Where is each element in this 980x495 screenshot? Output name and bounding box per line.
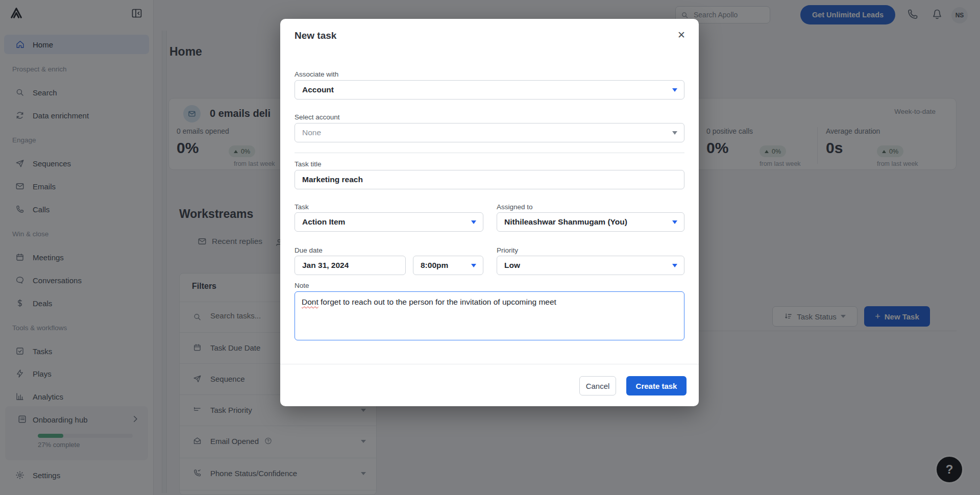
create-task-button[interactable]: Create task — [626, 376, 687, 395]
select-account-label: Select account — [295, 113, 340, 121]
note-textarea[interactable]: Dont forget to reach out to the person f… — [295, 291, 684, 340]
task-title-label: Task title — [295, 160, 322, 168]
modal-footer-divider — [280, 364, 699, 364]
new-task-modal: New task ✕ Associate with Account Select… — [280, 19, 699, 406]
chevron-down-icon — [672, 131, 677, 135]
modal-title: New task — [295, 30, 336, 41]
chevron-down-icon — [672, 220, 677, 224]
close-icon[interactable]: ✕ — [677, 29, 685, 41]
priority-select[interactable]: Low — [497, 256, 684, 275]
assigned-to-label: Assigned to — [497, 203, 533, 211]
due-date-label: Due date — [295, 246, 323, 254]
note-label: Note — [295, 282, 309, 289]
task-title-input[interactable]: Marketing reach — [295, 170, 684, 189]
due-date-input[interactable]: Jan 31, 2024 — [295, 256, 406, 275]
chevron-down-icon — [672, 88, 677, 92]
chevron-down-icon — [672, 264, 677, 267]
associate-with-label: Associate with — [295, 70, 338, 78]
note-text: forget to reach out to the person for th… — [318, 298, 556, 306]
due-time-select[interactable]: 8:00pm — [413, 256, 483, 275]
select-account-select[interactable]: None — [295, 123, 684, 142]
assigned-to-select[interactable]: Nithileashwar Shanmugam (You) — [497, 212, 684, 232]
task-type-label: Task — [295, 203, 309, 211]
chevron-down-icon — [471, 264, 476, 267]
associate-with-select[interactable]: Account — [295, 80, 684, 100]
task-type-select[interactable]: Action Item — [295, 212, 483, 232]
misspelled-word: Dont — [302, 298, 318, 306]
modal-section-divider — [295, 153, 684, 153]
priority-label: Priority — [497, 246, 518, 254]
cancel-button[interactable]: Cancel — [579, 376, 616, 395]
chevron-down-icon — [471, 220, 476, 224]
